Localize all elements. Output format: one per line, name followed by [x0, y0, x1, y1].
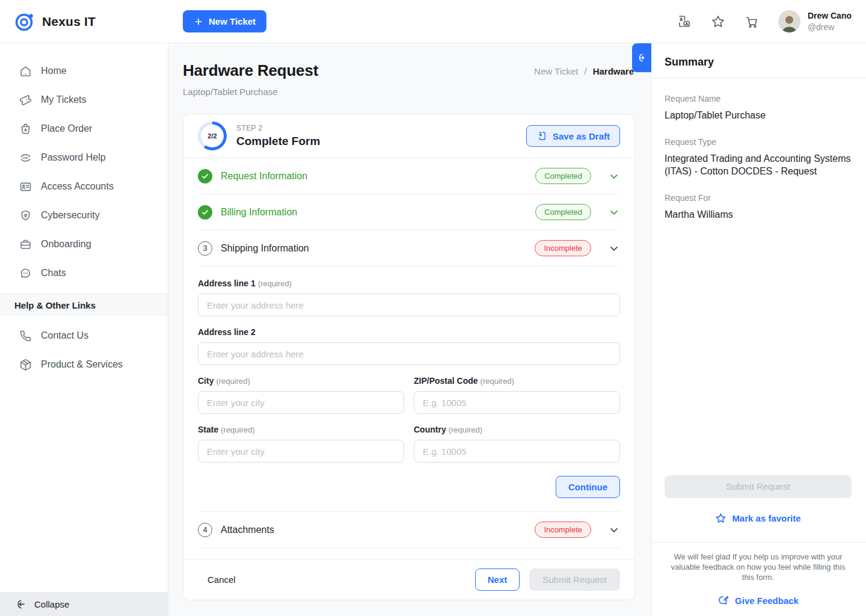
shopping-bag-plus-icon	[19, 123, 32, 135]
help-links-heading: Help & Other Links	[0, 294, 168, 316]
home-icon	[19, 65, 32, 78]
main-content: Hardware Request Laptop/Tablet Purchase …	[168, 43, 651, 616]
chevron-down-icon[interactable]	[608, 524, 620, 536]
summary-field-label: Request Type	[665, 137, 852, 147]
section-attachments[interactable]: 4 Attachments Incomplete	[198, 512, 620, 548]
status-badge: Completed	[535, 168, 591, 184]
step-title: Complete Form	[236, 135, 320, 148]
section-title: Request Information	[221, 171, 307, 182]
zip-label: ZIP/Postal Code	[414, 376, 478, 386]
breadcrumb: New Ticket / Hardware	[534, 66, 634, 97]
ticket-icon	[19, 94, 32, 106]
summary-title: Summary	[665, 43, 852, 78]
chevron-down-icon[interactable]	[608, 170, 620, 182]
collapse-label: Collapse	[34, 599, 69, 609]
required-hint: (required)	[481, 377, 514, 386]
step-label: STEP 2	[236, 124, 320, 132]
address-line-2-input[interactable]	[198, 342, 620, 365]
address2-label: Address line 2	[198, 327, 256, 337]
status-badge: Completed	[535, 204, 591, 220]
state-input[interactable]	[198, 440, 404, 463]
new-ticket-button[interactable]: New Ticket	[183, 10, 266, 32]
country-input[interactable]	[414, 440, 620, 463]
panel-collapse-button[interactable]	[632, 43, 651, 72]
section-request-information[interactable]: Request Information Completed	[198, 158, 620, 194]
sidebar-collapse-button[interactable]: Collapse	[0, 592, 168, 616]
sidebar-item-product-services[interactable]: Product & Services	[0, 350, 168, 379]
shield-icon	[19, 209, 32, 222]
collapse-left-icon	[16, 599, 27, 610]
nexus-logo-icon	[14, 11, 35, 32]
required-hint: (required)	[449, 425, 482, 434]
zip-postal-code-input[interactable]	[414, 391, 620, 414]
summary-field-label: Request For	[665, 193, 852, 203]
sidebar-item-label: Cybersecurity	[41, 210, 100, 221]
summary-field-value: Laptop/Tablet Purchase	[665, 109, 852, 122]
breadcrumb-current: Hardware	[593, 66, 634, 97]
divider	[651, 78, 866, 78]
sidebar-item-label: Contact Us	[41, 330, 88, 341]
section-number: 3	[198, 241, 212, 256]
section-billing-information[interactable]: Billing Information Completed	[198, 194, 620, 230]
address-line-1-input[interactable]	[198, 294, 620, 316]
sidebar-item-label: Password Help	[41, 152, 106, 163]
feedback-chat-icon	[717, 594, 729, 606]
required-hint: (required)	[216, 377, 250, 386]
divider	[651, 542, 866, 543]
cancel-button[interactable]: Cancel	[207, 574, 236, 585]
status-badge: Incomplete	[535, 240, 591, 256]
sidebar-item-chats[interactable]: Chats	[0, 259, 168, 288]
step-progress-ring: 2/2	[198, 122, 227, 150]
continue-button[interactable]: Continue	[556, 476, 620, 498]
sidebar-item-label: My Tickets	[41, 94, 87, 105]
chevron-down-icon[interactable]	[608, 242, 620, 254]
package-icon	[19, 359, 32, 371]
section-number: 4	[198, 523, 212, 537]
sidebar-item-onboarding[interactable]: Onboarding	[0, 230, 168, 259]
sidebar-item-my-tickets[interactable]: My Tickets	[0, 85, 168, 114]
sidebar-item-label: Chats	[41, 268, 66, 279]
check-icon	[198, 205, 212, 220]
next-button[interactable]: Next	[475, 568, 520, 591]
favorites-star-icon[interactable]	[711, 14, 725, 29]
breadcrumb-parent[interactable]: New Ticket	[534, 66, 578, 97]
required-hint: (required)	[221, 425, 254, 434]
brand-name: Nexus IT	[42, 14, 96, 29]
summary-submit-request-button[interactable]: Submit Request	[665, 475, 852, 498]
chevron-down-icon[interactable]	[608, 206, 620, 218]
save-as-draft-button[interactable]: Save as Draft	[526, 125, 620, 147]
top-header: Nexus IT New Ticket	[0, 0, 866, 43]
id-card-icon	[19, 180, 32, 193]
cart-icon[interactable]	[745, 14, 759, 29]
sidebar-item-label: Access Accounts	[41, 181, 114, 192]
collapse-right-icon	[636, 52, 647, 63]
sidebar-item-home[interactable]: Home	[0, 57, 168, 85]
sidebar-item-place-order[interactable]: Place Order	[0, 114, 168, 143]
sidebar-item-label: Onboarding	[41, 239, 91, 250]
mark-as-favorite-label: Mark as favorite	[732, 513, 800, 523]
sidebar-item-cybersecurity[interactable]: Cybersecurity	[0, 201, 168, 230]
give-feedback-link[interactable]: Give Feedback	[665, 594, 852, 606]
section-title: Attachments	[221, 525, 274, 535]
save-draft-icon	[536, 131, 547, 141]
section-shipping-information[interactable]: 3 Shipping Information Incomplete	[198, 230, 620, 266]
sidebar-item-contact-us[interactable]: Contact Us	[0, 321, 168, 350]
save-as-draft-label: Save as Draft	[553, 131, 610, 141]
summary-field-value: Integrated Trading and Accounting System…	[665, 152, 852, 177]
shipping-form: Address line 1(required) Address line 2 …	[198, 266, 620, 512]
left-sidebar: Home My Tickets Place Order Password Hel…	[0, 43, 168, 616]
sidebar-item-password-help[interactable]: Password Help	[0, 143, 168, 172]
required-hint: (required)	[258, 279, 292, 288]
city-input[interactable]	[198, 391, 404, 414]
section-title: Billing Information	[221, 207, 297, 218]
feedback-note: We will feel glad If you help us improve…	[667, 552, 849, 582]
brand[interactable]: Nexus IT	[14, 11, 166, 32]
sidebar-item-access-accounts[interactable]: Access Accounts	[0, 172, 168, 201]
city-label: City	[198, 376, 213, 386]
user-menu[interactable]: Drew Cano @drew	[778, 10, 852, 32]
check-icon	[198, 169, 212, 183]
summary-field-label: Request Name	[665, 94, 852, 103]
mark-as-favorite-link[interactable]: Mark as favorite	[665, 513, 852, 524]
translate-icon[interactable]	[677, 14, 692, 29]
submit-request-button[interactable]: Submit Request	[529, 568, 620, 591]
